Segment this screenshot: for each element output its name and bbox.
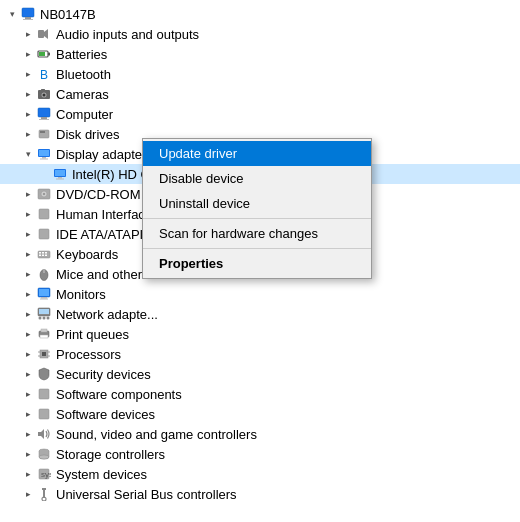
svg-rect-7 xyxy=(39,52,45,56)
tree-item-label-sound: Sound, video and game controllers xyxy=(56,427,257,442)
svg-rect-37 xyxy=(45,255,47,257)
expander-system[interactable]: ▸ xyxy=(20,466,36,482)
svg-rect-0 xyxy=(22,8,34,17)
context-menu-item-scan-hardware[interactable]: Scan for hardware changes xyxy=(143,221,371,246)
tree-item-label-usb: Universal Serial Bus controllers xyxy=(56,487,237,502)
svg-text:sys: sys xyxy=(41,470,51,479)
display-icon xyxy=(36,146,52,162)
tree-item-network[interactable]: ▸Network adapte... xyxy=(0,304,520,324)
expander-dvd[interactable]: ▸ xyxy=(20,186,36,202)
svg-point-48 xyxy=(47,317,50,320)
expander-computer[interactable]: ▸ xyxy=(20,106,36,122)
svg-rect-42 xyxy=(41,297,47,299)
expander-intel-graphics[interactable] xyxy=(36,166,52,182)
tree-item-usb[interactable]: ▸Universal Serial Bus controllers xyxy=(0,484,520,504)
expander-batteries[interactable]: ▸ xyxy=(20,46,36,62)
svg-rect-6 xyxy=(48,53,50,56)
expander-print[interactable]: ▸ xyxy=(20,326,36,342)
svg-rect-19 xyxy=(39,150,49,156)
tree-item-bluetooth[interactable]: ▸BBluetooth xyxy=(0,64,520,84)
tree-item-label-network: Network adapte... xyxy=(56,307,158,322)
tree-item-monitors[interactable]: ▸Monitors xyxy=(0,284,520,304)
expander-cameras[interactable]: ▸ xyxy=(20,86,36,102)
expander-ide[interactable]: ▸ xyxy=(20,226,36,242)
expander-sound[interactable]: ▸ xyxy=(20,426,36,442)
tree-item-label-monitors: Monitors xyxy=(56,287,106,302)
tree-item-label-mice: Mice and other... xyxy=(56,267,152,282)
expander-security[interactable]: ▸ xyxy=(20,366,36,382)
expander-nb0147b[interactable]: ▾ xyxy=(4,6,20,22)
svg-rect-17 xyxy=(40,131,45,133)
expander-processors[interactable]: ▸ xyxy=(20,346,36,362)
svg-point-47 xyxy=(43,317,46,320)
tree-item-security[interactable]: ▸Security devices xyxy=(0,364,520,384)
expander-bluetooth[interactable]: ▸ xyxy=(20,66,36,82)
tree-item-audio[interactable]: ▸Audio inputs and outputs xyxy=(0,24,520,44)
svg-rect-50 xyxy=(41,329,47,332)
svg-point-11 xyxy=(43,94,46,97)
context-menu-item-disable-device[interactable]: Disable device xyxy=(143,166,371,191)
tree-item-computer[interactable]: ▸Computer xyxy=(0,104,520,124)
tree-item-sound[interactable]: ▸Sound, video and game controllers xyxy=(0,424,520,444)
expander-monitors[interactable]: ▸ xyxy=(20,286,36,302)
expander-keyboards[interactable]: ▸ xyxy=(20,246,36,262)
context-menu-item-update-driver[interactable]: Update driver xyxy=(143,141,371,166)
generic-icon xyxy=(36,366,52,382)
svg-rect-20 xyxy=(42,157,46,159)
display-icon xyxy=(52,166,68,182)
tree-item-label-software-devices: Software devices xyxy=(56,407,155,422)
tree-item-processors[interactable]: ▸Processors xyxy=(0,344,520,364)
generic-icon xyxy=(36,326,52,342)
svg-rect-2 xyxy=(23,19,33,20)
context-menu: Update driverDisable deviceUninstall dev… xyxy=(142,138,372,279)
tree-item-label-storage: Storage controllers xyxy=(56,447,165,462)
expander-disk[interactable]: ▸ xyxy=(20,126,36,142)
svg-marker-4 xyxy=(44,29,48,39)
expander-display[interactable]: ▾ xyxy=(20,146,36,162)
generic-icon xyxy=(36,206,52,222)
expander-software-components[interactable]: ▸ xyxy=(20,386,36,402)
tree-item-label-disk: Disk drives xyxy=(56,127,120,142)
expander-network[interactable]: ▸ xyxy=(20,306,36,322)
audio-icon xyxy=(36,426,52,442)
svg-rect-41 xyxy=(39,289,49,296)
generic-icon xyxy=(36,246,52,262)
tree-item-software-components[interactable]: ▸Software components xyxy=(0,384,520,404)
disk-icon xyxy=(36,446,52,462)
context-menu-item-uninstall-device[interactable]: Uninstall device xyxy=(143,191,371,216)
tree-item-nb0147b[interactable]: ▾NB0147B xyxy=(0,4,520,24)
svg-rect-32 xyxy=(39,252,41,254)
tree-item-label-bluetooth: Bluetooth xyxy=(56,67,111,82)
generic-icon xyxy=(36,386,52,402)
svg-point-46 xyxy=(39,317,42,320)
svg-rect-45 xyxy=(39,309,49,314)
tree-item-label-processors: Processors xyxy=(56,347,121,362)
svg-rect-65 xyxy=(42,488,46,490)
computer-icon xyxy=(36,106,52,122)
context-menu-item-properties[interactable]: Properties xyxy=(143,251,371,276)
expander-audio[interactable]: ▸ xyxy=(20,26,36,42)
svg-rect-25 xyxy=(56,179,64,180)
tree-item-storage[interactable]: ▸Storage controllers xyxy=(0,444,520,464)
tree-item-software-devices[interactable]: ▸Software devices xyxy=(0,404,520,424)
generic-icon xyxy=(36,266,52,282)
context-menu-separator-2 xyxy=(143,248,371,249)
tree-item-print[interactable]: ▸Print queues xyxy=(0,324,520,344)
computer-icon xyxy=(20,6,36,22)
tree-item-label-human-interface: Human Interfac... xyxy=(56,207,156,222)
svg-rect-14 xyxy=(41,117,47,119)
expander-human-interface[interactable]: ▸ xyxy=(20,206,36,222)
svg-rect-23 xyxy=(55,170,65,176)
expander-software-devices[interactable]: ▸ xyxy=(20,406,36,422)
expander-usb[interactable]: ▸ xyxy=(20,486,36,502)
svg-rect-43 xyxy=(40,299,48,300)
generic-icon xyxy=(36,306,52,322)
tree-item-batteries[interactable]: ▸Batteries xyxy=(0,44,520,64)
svg-rect-30 xyxy=(39,229,49,239)
svg-rect-3 xyxy=(38,30,44,38)
svg-marker-60 xyxy=(38,429,44,439)
tree-item-system[interactable]: ▸sysSystem devices xyxy=(0,464,520,484)
expander-storage[interactable]: ▸ xyxy=(20,446,36,462)
tree-item-cameras[interactable]: ▸Cameras xyxy=(0,84,520,104)
expander-mice[interactable]: ▸ xyxy=(20,266,36,282)
